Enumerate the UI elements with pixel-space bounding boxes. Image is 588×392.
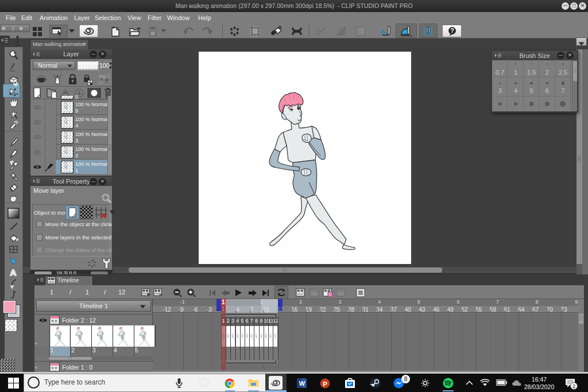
svg-text:A: A [10, 267, 17, 277]
svg-text:W: W [299, 380, 305, 387]
svg-text:?: ? [450, 28, 454, 34]
svg-text:P: P [323, 381, 327, 387]
